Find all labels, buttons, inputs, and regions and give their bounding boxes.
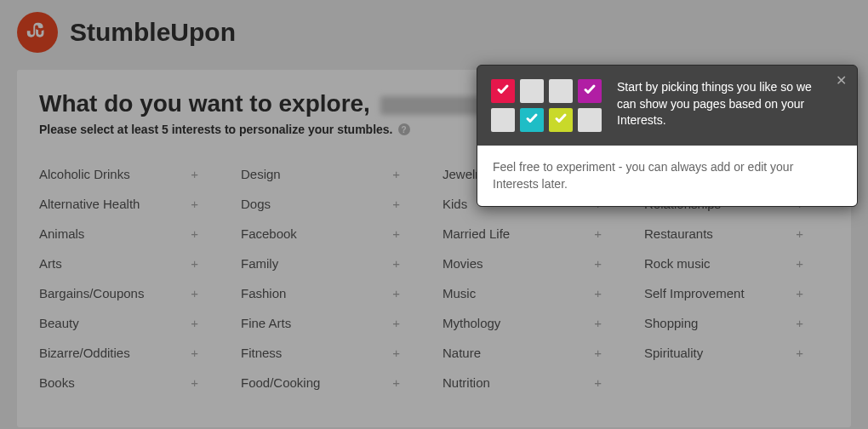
tooltip-secondary-text: Feel free to experiment - you can always…: [477, 146, 857, 206]
interest-label: Rock music: [644, 256, 711, 271]
interest-item[interactable]: Facebook+: [241, 226, 425, 241]
close-icon[interactable]: ✕: [836, 74, 847, 88]
interest-item[interactable]: Fashion+: [241, 286, 425, 300]
tooltip-primary-text: Start by picking things you like so we c…: [617, 79, 823, 129]
plus-icon: +: [594, 316, 602, 330]
subtitle-text: Please select at least 5 interests to pe…: [39, 123, 393, 136]
interest-label: Fine Arts: [241, 316, 291, 330]
interest-label: Music: [443, 286, 476, 300]
check-icon: [554, 112, 568, 129]
interest-item[interactable]: Alternative Health+: [39, 197, 224, 211]
interest-label: Food/Cooking: [241, 375, 320, 390]
heading-prefix: What do you want to explore,: [39, 90, 370, 117]
sample-box: [549, 108, 573, 132]
plus-icon: +: [594, 226, 602, 241]
interest-label: Bargains/Coupons: [39, 286, 144, 300]
interest-label: Married Life: [443, 226, 510, 241]
interest-item[interactable]: Alcoholic Drinks+: [39, 167, 224, 181]
check-icon: [496, 83, 510, 100]
sample-box: [578, 108, 602, 132]
interest-item[interactable]: Fitness+: [241, 346, 425, 360]
interest-item[interactable]: Food/Cooking+: [241, 375, 425, 390]
interest-label: Kids: [443, 197, 467, 211]
interest-sample-grid: [491, 79, 602, 132]
interest-label: Bizarre/Oddities: [39, 346, 130, 360]
interest-item[interactable]: Mythology+: [443, 316, 627, 330]
interest-label: Restaurants: [644, 226, 713, 241]
plus-icon: +: [191, 197, 198, 211]
plus-icon: +: [796, 346, 803, 360]
interest-label: Nature: [443, 346, 481, 360]
plus-icon: +: [392, 346, 400, 360]
interest-item[interactable]: Married Life+: [443, 226, 627, 241]
plus-icon: +: [392, 167, 400, 181]
interest-label: Alternative Health: [39, 197, 140, 211]
plus-icon: +: [191, 256, 198, 271]
interest-item[interactable]: Movies+: [443, 256, 627, 271]
interest-item[interactable]: Bizarre/Oddities+: [39, 346, 224, 360]
interest-label: Animals: [39, 226, 84, 241]
interest-item[interactable]: Self Improvement+: [644, 286, 829, 300]
sample-box: [491, 108, 515, 132]
interest-label: Fitness: [241, 346, 282, 360]
help-icon[interactable]: ?: [398, 123, 410, 135]
interest-item[interactable]: Family+: [241, 256, 425, 271]
interest-label: Nutrition: [443, 375, 490, 390]
interest-item[interactable]: Rock music+: [644, 256, 829, 271]
check-icon: [525, 112, 539, 129]
plus-icon: +: [392, 226, 400, 241]
plus-icon: +: [392, 286, 400, 300]
interest-item[interactable]: Animals+: [39, 226, 224, 241]
tooltip-arrow-icon: [477, 134, 477, 151]
interest-label: Movies: [443, 256, 483, 271]
interest-item[interactable]: Restaurants+: [644, 226, 829, 241]
sample-box: [578, 79, 602, 103]
plus-icon: +: [796, 286, 803, 300]
interest-item[interactable]: Beauty+: [39, 316, 224, 330]
plus-icon: +: [594, 375, 602, 390]
plus-icon: +: [392, 197, 400, 211]
plus-icon: +: [796, 256, 803, 271]
plus-icon: +: [392, 316, 400, 330]
plus-icon: +: [392, 256, 400, 271]
interest-item[interactable]: Nature+: [443, 346, 627, 360]
interest-item[interactable]: Bargains/Coupons+: [39, 286, 224, 300]
brand-name: StumbleUpon: [70, 18, 236, 47]
plus-icon: +: [392, 375, 400, 390]
sample-box: [491, 79, 515, 103]
plus-icon: +: [594, 256, 602, 271]
interest-label: Fashion: [241, 286, 286, 300]
sample-box: [520, 79, 544, 103]
plus-icon: +: [191, 286, 198, 300]
interest-label: Design: [241, 167, 281, 181]
sample-box: [549, 79, 573, 103]
interest-label: Arts: [39, 256, 62, 271]
plus-icon: +: [191, 226, 198, 241]
header: StumbleUpon: [0, 0, 868, 61]
onboarding-tooltip: ✕ Start by picking things you like so we…: [477, 65, 858, 207]
sample-box: [520, 108, 544, 132]
interest-item[interactable]: Arts+: [39, 256, 224, 271]
interest-label: Family: [241, 256, 278, 271]
interest-label: Alcoholic Drinks: [39, 167, 130, 181]
interest-label: Beauty: [39, 316, 79, 330]
interest-item[interactable]: Spirituality+: [644, 346, 829, 360]
check-icon: [583, 83, 597, 100]
interest-item[interactable]: Nutrition+: [443, 375, 627, 390]
plus-icon: +: [796, 226, 803, 241]
interest-item[interactable]: Music+: [443, 286, 627, 300]
interest-item[interactable]: Shopping+: [644, 316, 829, 330]
plus-icon: +: [594, 286, 602, 300]
interest-label: Self Improvement: [644, 286, 745, 300]
plus-icon: +: [191, 167, 198, 181]
interest-item[interactable]: Fine Arts+: [241, 316, 425, 330]
plus-icon: +: [191, 316, 198, 330]
logo-icon: [17, 12, 58, 53]
interest-label: Shopping: [644, 316, 698, 330]
interest-label: Books: [39, 375, 75, 390]
interest-item[interactable]: Design+: [241, 167, 425, 181]
plus-icon: +: [594, 346, 602, 360]
interest-item[interactable]: Dogs+: [241, 197, 425, 211]
interest-item[interactable]: Books+: [39, 375, 224, 390]
interest-label: Facebook: [241, 226, 297, 241]
